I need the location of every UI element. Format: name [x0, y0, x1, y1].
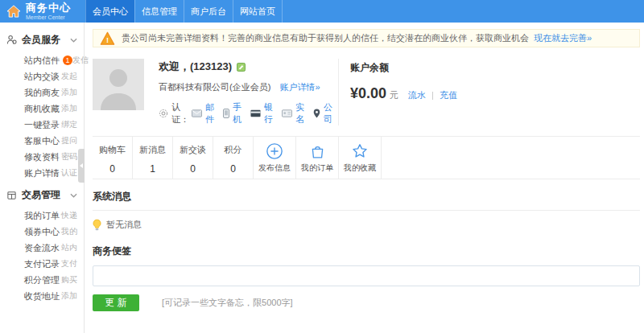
id-card-icon — [282, 109, 292, 117]
action-publish-info[interactable]: 发布信息 — [254, 137, 296, 179]
action-my-orders[interactable]: 我的订单 — [296, 137, 339, 179]
sidebar-section-trade-management[interactable]: 交易管理 — [0, 181, 84, 208]
logo[interactable]: 商务中心 Member Center — [0, 0, 85, 23]
cert-link-bank[interactable]: 银行 — [250, 101, 273, 125]
cert-link-email[interactable]: 邮件 — [192, 101, 214, 125]
sidebar-item-inbox-mail[interactable]: 站内信件1发信 — [0, 52, 84, 68]
cert-link-mobile[interactable]: 手机 — [223, 101, 242, 125]
stat-label: 新交谈 — [173, 144, 213, 156]
nav-tabs: 会员中心信息管理商户后台网站首页 — [85, 0, 283, 23]
divider — [432, 92, 433, 100]
notes-actions: 更 新 [可记录一些文字备忘，限5000字] — [93, 294, 640, 311]
sidebar-item-points-management[interactable]: 积分管理购买 — [0, 272, 84, 288]
profile-info: 欢迎，(123123) 百都科技有限公司(企业会员) 账户详情» 认证： — [159, 59, 341, 125]
cert-link-realname[interactable]: 实名 — [282, 101, 304, 125]
stats-row: 购物车0新消息1新交谈0积分0发布信息我的订单我的收藏 — [93, 136, 640, 179]
sidebar-item-customer-service[interactable]: 客服中心提问 — [0, 133, 84, 149]
lightbulb-icon — [93, 219, 101, 231]
sidebar-item-hint[interactable]: 发起 — [61, 71, 77, 82]
stat-new-chats: 新交谈0 — [173, 137, 213, 179]
action-label: 我的订单 — [296, 162, 338, 174]
app-title: 商务中心 — [26, 2, 71, 13]
account-detail-link[interactable]: 账户详情» — [279, 82, 320, 92]
tab-info-management[interactable]: 信息管理 — [134, 0, 184, 23]
sidebar-item-label: 收货地址 — [24, 290, 60, 302]
sidebar-item-my-orders[interactable]: 我的订单快递 — [0, 208, 84, 224]
notice-bar: ! 贵公司尚未完善详细资料！完善的商业信息有助于获得别人的信任，结交潜在的商业伙… — [93, 29, 640, 47]
sidebar-item-funds-flow[interactable]: 资金流水站内 — [0, 240, 84, 256]
sidebar-item-payment-records[interactable]: 支付记录支付 — [0, 256, 84, 272]
seal-icon — [159, 109, 168, 118]
sidebar-item-opportunity-favorites[interactable]: 商机收藏添加 — [0, 101, 84, 117]
sidebar-item-edit-profile[interactable]: 修改资料密码 — [0, 149, 84, 165]
sidebar-item-one-key-login[interactable]: 一键登录绑定 — [0, 117, 84, 133]
bank-card-icon — [250, 109, 261, 117]
balance-panel: 账户余额 ¥0.00 元 流水充值 — [338, 59, 640, 125]
map-pin-icon — [313, 109, 320, 118]
stat-value[interactable]: 0 — [173, 163, 213, 175]
cert-link-label: 公司 — [324, 101, 332, 125]
tab-merchant-backend[interactable]: 商户后台 — [184, 0, 233, 23]
sidebar-item-shipping-address[interactable]: 收货地址添加 — [0, 288, 84, 304]
sidebar-item-hint[interactable]: 添加 — [61, 103, 77, 114]
stat-cart: 购物车0 — [93, 137, 133, 179]
sidebar-item-coupon-center[interactable]: 领券中心我的 — [0, 224, 84, 240]
profile-section: 欢迎，(123123) 百都科技有限公司(企业会员) 账户详情» 认证： — [93, 59, 640, 125]
sidebar-item-label: 站内信件 — [24, 55, 60, 67]
sidebar-item-hint[interactable]: 绑定 — [61, 119, 77, 130]
cert-row: 认证： 邮件手机银行实名公司 — [159, 101, 341, 125]
edit-icon[interactable] — [237, 63, 246, 72]
section-title: 交易管理 — [22, 188, 70, 202]
profile-left: 欢迎，(123123) 百都科技有限公司(企业会员) 账户详情» 认证： — [93, 59, 338, 125]
sidebar-item-hint[interactable]: 支付 — [61, 258, 77, 269]
sidebar-item-hint[interactable]: 密码 — [61, 151, 77, 162]
chevron-down-icon — [70, 193, 77, 198]
balance-links: 流水充值 — [408, 89, 457, 101]
sidebar-item-account-details[interactable]: 账户详情认证 — [0, 165, 84, 181]
sidebar-item-hint[interactable]: 提问 — [61, 135, 77, 146]
tab-site-home[interactable]: 网站首页 — [233, 0, 283, 23]
avatar — [93, 59, 144, 110]
action-my-favorites[interactable]: 我的收藏 — [339, 137, 382, 179]
person-icon — [6, 35, 17, 45]
stat-label: 新消息 — [133, 144, 172, 156]
sidebar-item-hint[interactable]: 认证 — [61, 167, 77, 179]
sidebar-item-site-chat[interactable]: 站内交谈发起 — [0, 68, 84, 84]
sidebar-item-hint[interactable]: 站内 — [61, 242, 77, 253]
cert-link-company[interactable]: 公司 — [313, 101, 332, 125]
balance-link-recharge[interactable]: 充值 — [440, 89, 457, 101]
complete-profile-link[interactable]: 现在就去完善» — [534, 32, 592, 44]
sidebar-item-hint[interactable]: 快递 — [61, 210, 77, 221]
stat-value[interactable]: 0 — [213, 163, 253, 175]
phone-icon — [223, 109, 229, 118]
sidebar-item-label: 我的商友 — [24, 87, 60, 99]
cert-link-label: 手机 — [233, 101, 242, 125]
sidebar-item-label: 商机收藏 — [24, 103, 60, 115]
sidebar-section-member-services[interactable]: 会员服务 — [0, 26, 84, 52]
cert-link-label: 银行 — [264, 101, 273, 125]
shopping-bag-icon — [296, 142, 338, 161]
logo-text: 商务中心 Member Center — [26, 2, 71, 20]
stat-value[interactable]: 0 — [93, 163, 132, 175]
sidebar-item-label: 一键登录 — [24, 119, 60, 131]
balance-title: 账户余额 — [350, 61, 640, 75]
arrow-left-icon — [80, 163, 83, 168]
sidebar-collapse-handle[interactable] — [78, 149, 85, 183]
sidebar-item-hint[interactable]: 添加 — [61, 87, 77, 98]
sidebar-item-hint[interactable]: 我的 — [61, 226, 77, 237]
stat-new-messages: 新消息1 — [133, 137, 173, 179]
notes-input[interactable] — [93, 265, 640, 286]
notice-text: 贵公司尚未完善详细资料！完善的商业信息有助于获得别人的信任，结交潜在的商业伙伴，… — [122, 32, 529, 44]
action-label: 我的收藏 — [339, 162, 381, 174]
notes-title: 商务便签 — [93, 245, 640, 258]
sidebar-item-hint[interactable]: 购买 — [61, 274, 77, 286]
app-subtitle: Member Center — [26, 14, 71, 20]
balance-link-flow[interactable]: 流水 — [408, 89, 426, 101]
stat-value[interactable]: 1 — [133, 163, 172, 175]
sidebar-item-business-friends[interactable]: 我的商友添加 — [0, 84, 84, 101]
tab-member-center[interactable]: 会员中心 — [85, 0, 134, 23]
main-content: ! 贵公司尚未完善详细资料！完善的商业信息有助于获得别人的信任，结交潜在的商业伙… — [85, 23, 644, 333]
sidebar-item-hint[interactable]: 添加 — [61, 290, 77, 302]
company-name: 百都科技有限公司(企业会员) — [159, 82, 270, 92]
update-button[interactable]: 更 新 — [93, 294, 139, 311]
